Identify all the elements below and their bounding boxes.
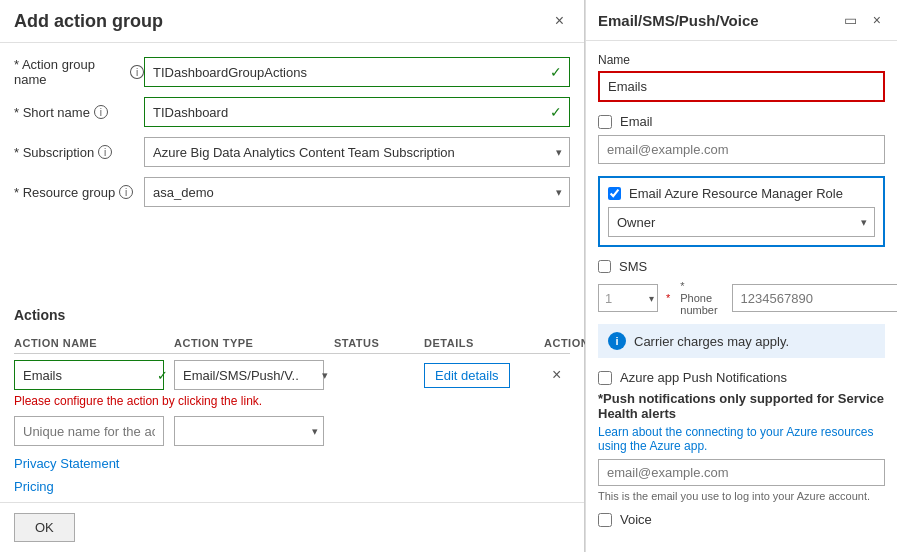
action-type-select[interactable]: Email/SMS/Push/V... xyxy=(174,360,324,390)
phone-input[interactable] xyxy=(732,284,897,312)
short-name-label: * Short name i xyxy=(14,105,144,120)
form-body: * Action group name i ✓ * Short name i ✓… xyxy=(0,43,584,307)
action-name-input-wrapper: ✓ xyxy=(14,360,174,390)
carrier-note-text: Carrier charges may apply. xyxy=(634,334,789,349)
short-name-input-wrapper: ✓ xyxy=(144,97,570,127)
add-action-row: ▾ xyxy=(14,416,570,446)
action-name-input[interactable] xyxy=(14,360,164,390)
table-row: ✓ Email/SMS/Push/V... ▾ Edit details × xyxy=(14,360,570,390)
privacy-statement-link[interactable]: Privacy Statement xyxy=(14,456,570,471)
action-group-name-info-icon[interactable]: i xyxy=(130,65,144,79)
action-group-name-input[interactable] xyxy=(144,57,570,87)
voice-checkbox[interactable] xyxy=(598,513,612,527)
panel-header: Add action group × xyxy=(0,0,584,43)
push-learn-more-link[interactable]: Learn about the connecting to your Azure… xyxy=(598,425,885,453)
sms-checkbox[interactable] xyxy=(598,260,611,273)
email-checkbox[interactable] xyxy=(598,115,612,129)
action-group-name-row: * Action group name i ✓ xyxy=(14,57,570,87)
add-action-type-select[interactable] xyxy=(174,416,324,446)
email-checkbox-row: Email xyxy=(598,114,885,129)
country-code-select[interactable]: 1 xyxy=(598,284,658,312)
right-panel-icons: ▭ × xyxy=(840,10,885,30)
page-title: Add action group xyxy=(14,11,163,32)
action-details-cell: Edit details xyxy=(424,363,544,388)
phone-row: 1 ▾ * * Phone number xyxy=(598,280,885,316)
subscription-row: * Subscription i Azure Big Data Analytic… xyxy=(14,137,570,167)
valid-check-icon: ✓ xyxy=(550,64,562,80)
email-azure-section: Email Azure Resource Manager Role Owner … xyxy=(598,176,885,247)
resource-group-info-icon[interactable]: i xyxy=(119,185,133,199)
actions-title: Actions xyxy=(14,307,570,323)
name-field-label: Name xyxy=(598,53,885,67)
delete-action-button[interactable]: × xyxy=(544,362,569,388)
phone-number-label: * Phone number xyxy=(680,280,717,316)
subscription-info-icon[interactable]: i xyxy=(98,145,112,159)
push-email-input[interactable] xyxy=(598,459,885,486)
resource-group-label: * Resource group i xyxy=(14,185,144,200)
name-input[interactable] xyxy=(600,73,883,100)
resource-group-select[interactable]: asa_demo xyxy=(144,177,570,207)
short-name-valid-icon: ✓ xyxy=(550,104,562,120)
subscription-label: * Subscription i xyxy=(14,145,144,160)
right-panel: Email/SMS/Push/Voice ▭ × Name Email Emai… xyxy=(585,0,897,552)
col-action-type: ACTION TYPE xyxy=(174,337,334,349)
push-hint: This is the email you use to log into yo… xyxy=(598,490,885,502)
edit-details-button[interactable]: Edit details xyxy=(424,363,510,388)
short-name-input[interactable] xyxy=(144,97,570,127)
sms-section: SMS 1 ▾ * * Phone number xyxy=(598,259,885,316)
email-input[interactable] xyxy=(598,135,885,164)
short-name-row: * Short name i ✓ xyxy=(14,97,570,127)
pricing-link[interactable]: Pricing xyxy=(14,479,570,494)
action-type-select-wrapper: Email/SMS/Push/V... ▾ xyxy=(174,360,334,390)
sms-checkbox-row: SMS xyxy=(598,259,885,274)
action-group-name-input-wrapper: ✓ xyxy=(144,57,570,87)
push-checkbox[interactable] xyxy=(598,371,612,385)
country-code-select-wrapper: 1 ▾ xyxy=(598,284,658,312)
col-status: STATUS xyxy=(334,337,424,349)
sms-label: SMS xyxy=(619,259,647,274)
actions-table-header: ACTION NAME ACTION TYPE STATUS DETAILS A… xyxy=(14,333,570,354)
right-body: Name Email Email Azure Resource Manager … xyxy=(586,41,897,552)
resource-group-row: * Resource group i asa_demo ▾ xyxy=(14,177,570,207)
name-input-wrapper xyxy=(598,71,885,102)
left-panel: Add action group × * Action group name i… xyxy=(0,0,585,552)
carrier-info-icon: i xyxy=(608,332,626,350)
action-group-name-label: * Action group name i xyxy=(14,57,144,87)
bottom-bar: OK xyxy=(0,502,584,552)
ok-button[interactable]: OK xyxy=(14,513,75,542)
email-azure-checkbox-row: Email Azure Resource Manager Role xyxy=(608,186,875,201)
voice-checkbox-row: Voice xyxy=(598,512,885,527)
subscription-select-wrapper: Azure Big Data Analytics Content Team Su… xyxy=(144,137,570,167)
right-panel-title: Email/SMS/Push/Voice xyxy=(598,12,759,29)
subscription-select[interactable]: Azure Big Data Analytics Content Team Su… xyxy=(144,137,570,167)
email-checkbox-label: Email xyxy=(620,114,653,129)
action-name-valid-icon: ✓ xyxy=(157,368,168,383)
push-checkbox-row: Azure app Push Notifications xyxy=(598,370,885,385)
resource-group-select-wrapper: asa_demo ▾ xyxy=(144,177,570,207)
actions-section: Actions ACTION NAME ACTION TYPE STATUS D… xyxy=(0,307,584,446)
phone-required-star: * xyxy=(666,292,670,304)
short-name-info-icon[interactable]: i xyxy=(94,105,108,119)
close-button[interactable]: × xyxy=(549,10,570,32)
add-action-type-wrapper: ▾ xyxy=(174,416,324,446)
close-right-panel-button[interactable]: × xyxy=(869,10,885,30)
links-section: Privacy Statement Pricing xyxy=(0,446,584,502)
carrier-note: i Carrier charges may apply. xyxy=(598,324,885,358)
col-details: DETAILS xyxy=(424,337,544,349)
push-section: Azure app Push Notifications *Push notif… xyxy=(598,370,885,502)
right-panel-header: Email/SMS/Push/Voice ▭ × xyxy=(586,0,897,41)
email-azure-label: Email Azure Resource Manager Role xyxy=(629,186,843,201)
role-select[interactable]: Owner Contributor Reader xyxy=(608,207,875,237)
error-message: Please configure the action by clicking … xyxy=(14,394,570,408)
email-azure-checkbox[interactable] xyxy=(608,187,621,200)
push-bold-label: *Push notifications only supported for S… xyxy=(598,391,885,421)
role-select-wrapper: Owner Contributor Reader ▾ xyxy=(608,207,875,237)
restore-button[interactable]: ▭ xyxy=(840,10,861,30)
push-checkbox-label: Azure app Push Notifications xyxy=(620,370,787,385)
voice-label: Voice xyxy=(620,512,652,527)
col-action-name: ACTION NAME xyxy=(14,337,174,349)
add-action-name-input[interactable] xyxy=(14,416,164,446)
